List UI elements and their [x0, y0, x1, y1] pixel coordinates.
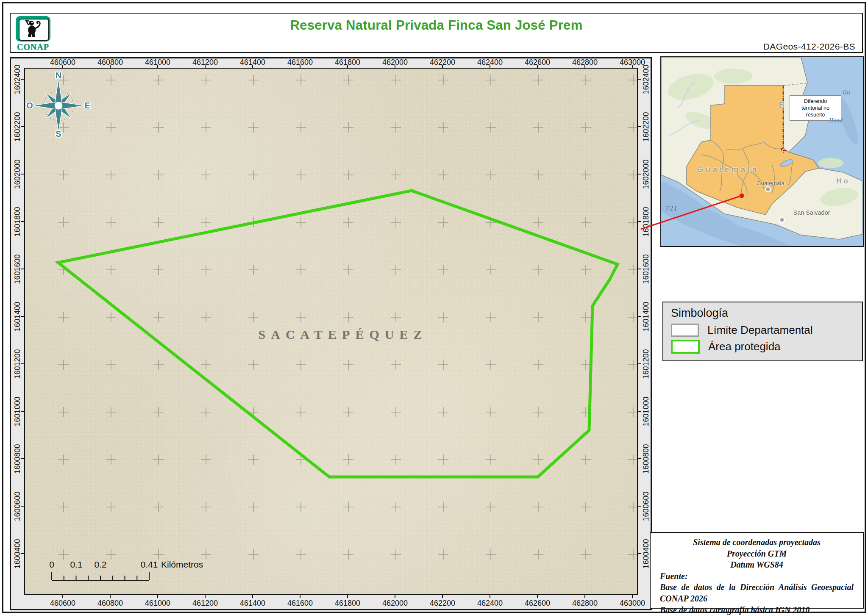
main-map: SACATEPÉQUEZ: [24, 68, 638, 595]
x-axis-label: 462800: [572, 599, 598, 608]
y-axis-tick: [21, 126, 24, 127]
y-axis-label: 1602400: [640, 60, 652, 98]
x-axis-tick: [205, 65, 206, 68]
y-axis-tick: [21, 363, 24, 364]
belize-label-fragment: B: [779, 100, 787, 110]
guatemala-country-label: Guatemala: [697, 165, 759, 174]
x-axis-label: 461000: [145, 599, 170, 608]
elevation-number: 721: [665, 205, 678, 212]
grid-crosses: [58, 75, 637, 560]
protected-area-swatch: [671, 340, 700, 354]
x-axis-label: 460600: [50, 599, 75, 608]
compass-south-label: S: [56, 129, 61, 138]
scale-label-0: 0: [49, 560, 54, 569]
y-axis-tick: [21, 458, 24, 459]
territorial-dispute-note: Diferendo territorial no resuelto: [790, 95, 841, 121]
y-axis-right: 1602400160220016020001601800160160016014…: [638, 68, 651, 595]
san-salvador-dot: [779, 217, 785, 222]
y-axis-tick: [638, 269, 641, 269]
x-axis-tick: [537, 595, 538, 598]
x-axis-tick: [632, 595, 633, 598]
x-axis-tick: [157, 595, 158, 598]
x-axis-tick: [252, 595, 253, 598]
x-axis-label: 462200: [430, 599, 455, 608]
map-document: CONAP Reserva Natural Privada Finca San …: [0, 0, 868, 615]
y-axis-tick: [638, 126, 641, 127]
honduras-label-fragment: Ho: [836, 177, 850, 185]
x-axis-tick: [395, 65, 395, 68]
y-axis-tick: [638, 79, 641, 80]
y-axis-tick: [21, 221, 24, 222]
scale-label-02: 0.2: [94, 560, 106, 569]
x-axis-tick: [62, 65, 63, 68]
y-axis-left: 1602400160220016020001601800160160016014…: [11, 68, 24, 595]
y-axis-tick: [638, 316, 641, 317]
header: CONAP Reserva Natural Privada Finca San …: [10, 13, 863, 53]
x-axis-tick: [252, 65, 253, 68]
x-axis-top: 4606004608004610004612004614004616004618…: [24, 58, 638, 68]
legend-item-limite: Límite Departamental: [671, 324, 854, 337]
y-axis-tick: [21, 79, 24, 80]
x-axis-tick: [347, 65, 348, 68]
y-axis-label: 1600600: [640, 487, 652, 525]
x-axis-label: 461400: [240, 599, 265, 608]
y-axis-tick: [21, 411, 24, 412]
inset-locator-map: B Diferendo territorial no resuelto Guat…: [660, 56, 864, 247]
y-axis-label: 1601600: [640, 250, 652, 288]
info-line: Base de datos cartografía básica IGN 201…: [660, 604, 854, 615]
compass-north-label: N: [56, 71, 62, 80]
coordinate-system-info: Sistema de coordenadas proyectadas Proye…: [650, 532, 864, 609]
x-axis-tick: [632, 65, 633, 68]
document-code: DAGeos-412-2026-BS: [763, 42, 855, 52]
info-line: Datum WGS84: [660, 559, 854, 571]
y-axis-label: 1601800: [640, 202, 652, 241]
x-axis-label: 462400: [477, 599, 503, 608]
info-line: Base de datos de la Dirección Análisis G…: [660, 582, 854, 604]
sea-label-hond: Hond: [829, 117, 843, 124]
x-axis-tick: [205, 595, 206, 598]
scale-label-01: 0.1: [70, 560, 82, 569]
y-axis-tick: [638, 174, 641, 175]
y-axis-tick: [638, 458, 641, 459]
y-axis-tick: [21, 553, 24, 554]
x-axis-tick: [62, 595, 63, 598]
x-axis-tick: [584, 595, 585, 598]
scale-label-041: 0.41: [141, 560, 158, 569]
x-axis-label: 460800: [97, 599, 123, 608]
scale-bar: 0 0.1 0.2 0.41 Kilómetros: [40, 560, 235, 586]
x-axis-label: 462000: [382, 599, 408, 608]
x-axis-tick: [110, 595, 111, 598]
y-axis-tick: [638, 221, 641, 222]
y-axis-label: 1601200: [640, 345, 652, 383]
y-axis-label: 1602000: [640, 155, 652, 193]
y-axis-tick: [21, 269, 24, 269]
capital-city-dot: [765, 187, 771, 192]
x-axis-tick: [300, 65, 300, 68]
guatemala-city-label: Guatemala: [757, 180, 785, 186]
y-axis-label: 1600800: [640, 440, 652, 478]
info-line: Proyección GTM: [660, 548, 854, 560]
legend-item-label: Límite Departamental: [707, 324, 813, 337]
x-axis-tick: [347, 595, 348, 598]
x-axis-label: 461200: [192, 599, 218, 608]
x-axis-label: 461600: [287, 599, 313, 608]
x-axis-tick: [584, 65, 585, 68]
x-axis-tick: [300, 595, 300, 598]
page-title: Reserva Natural Privada Finca San José P…: [11, 18, 862, 33]
y-axis-label: 1601400: [640, 297, 652, 335]
x-axis-tick: [157, 65, 158, 68]
y-axis-tick: [21, 174, 24, 175]
legend: Simbología Límite Departamental Área pro…: [662, 302, 863, 361]
department-label: SACATEPÉQUEZ: [259, 327, 428, 342]
y-axis-tick: [21, 316, 24, 317]
conap-wordmark: CONAP: [16, 42, 50, 52]
inset-canvas: [661, 57, 862, 246]
x-axis-bottom: 4606004608004610004612004614004616004618…: [24, 595, 638, 609]
departmental-boundary-swatch: [671, 324, 699, 337]
legend-item-label: Área protegida: [708, 340, 781, 353]
x-axis-tick: [537, 65, 538, 68]
compass-west-label: O: [26, 101, 33, 110]
compass-rose-icon: N E S O: [25, 70, 92, 138]
scale-unit-label: Kilómetros: [161, 560, 203, 569]
y-axis-label: 1602200: [640, 108, 652, 146]
